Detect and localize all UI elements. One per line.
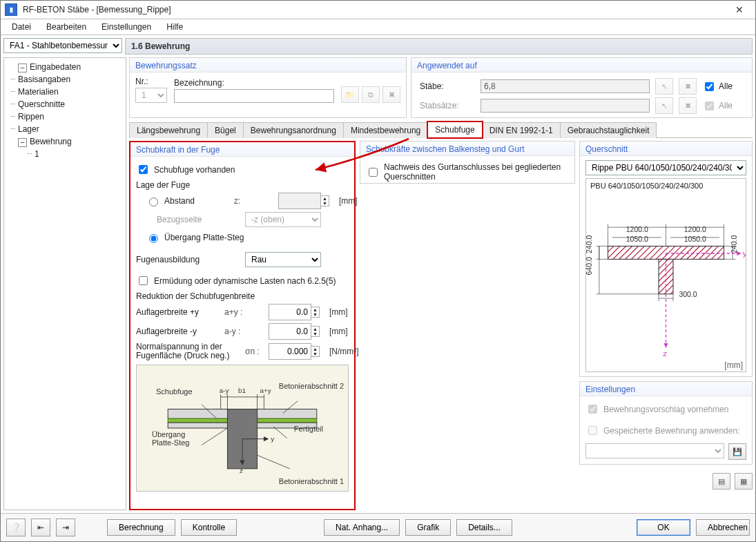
alle-staebe-checkbox[interactable]: Alle [702, 80, 744, 93]
tab-mindestbewehrung[interactable]: Mindestbewehrung [343, 122, 428, 138]
menu-bearbeiten[interactable]: Bearbeiten [39, 21, 93, 33]
menu-datei[interactable]: Datei [5, 21, 38, 33]
nav-tree[interactable]: –Eingabedaten Basisangaben Materialien Q… [3, 57, 126, 510]
group-schubkraft-fuge: Schubkraft in der Fuge Schubfuge vorhand… [129, 141, 356, 510]
chk-schubfuge-vorhanden[interactable]: Schubfuge vorhanden [136, 163, 349, 176]
group-title: Bewehrungssatz [130, 58, 406, 72]
tree-rippen[interactable]: Rippen [8, 110, 124, 123]
svg-text:1050.0: 1050.0 [626, 235, 648, 243]
group-title: Schubkraft in der Fuge [130, 142, 354, 157]
view-details-button[interactable]: ▦ [735, 473, 753, 490]
fugenausbildung-combo[interactable]: Rau [245, 252, 321, 267]
nr-combo[interactable]: 1 [135, 88, 167, 103]
sigma-sym: σn : [245, 347, 263, 356]
tree-basisangaben[interactable]: Basisangaben [8, 73, 124, 86]
aufY-input[interactable] [269, 304, 311, 320]
staebe-label: Stäbe: [417, 77, 478, 96]
abbrechen-button[interactable]: Abbrechen [696, 519, 750, 536]
bezeichnung-input[interactable] [174, 89, 334, 103]
menu-bar: Datei Bearbeiten Einstellungen Hilfe [1, 19, 755, 35]
cross-section-label: PBU 640/1050/1050/240/240/300 [590, 182, 703, 190]
export-button[interactable]: ⇤ [31, 519, 50, 536]
tree-lager[interactable]: Lager [8, 123, 124, 135]
radio-uebergang-platte-steg[interactable]: Übergang Platte-Steg [146, 232, 244, 243]
aufY-unit: [mm] [329, 307, 348, 317]
tab-buegel[interactable]: Bügel [207, 122, 244, 138]
import-icon: ⇥ [62, 523, 69, 532]
folder-icon: 📁 [345, 90, 355, 99]
svg-text:240.0: 240.0 [586, 235, 593, 253]
copy-set-button[interactable]: ⧉ [362, 86, 380, 103]
menu-hilfe[interactable]: Hilfe [159, 21, 190, 33]
pick-icon: ↖ [661, 82, 668, 91]
loadcase-combo[interactable]: FA1 - Stahlbetonbemessung vo [3, 38, 122, 53]
group-einstellungen: Einstellungen Bewehrungsvorschlag vorneh… [579, 381, 753, 465]
kontrolle-button[interactable]: Kontrolle [181, 519, 237, 536]
svg-text:y: y [743, 249, 746, 258]
svg-text:a+y: a+y [260, 387, 271, 394]
chk-ermuedung[interactable]: Ermüdung oder dynamische Lasten nach 6.2… [136, 274, 349, 287]
help-icon: ❔ [11, 523, 21, 532]
export-icon: ⇤ [37, 523, 44, 532]
chk-nachweis-gurtanschluss[interactable]: Nachweis des Gurtanschlusses bei geglied… [366, 162, 569, 182]
tab-schubfuge[interactable]: Schubfuge [427, 122, 482, 138]
z-input [278, 193, 321, 209]
svg-text:1200.0: 1200.0 [684, 225, 706, 233]
svg-line-21 [258, 455, 290, 469]
svg-text:y: y [271, 435, 274, 443]
svg-text:640.0: 640.0 [586, 257, 593, 275]
svg-text:1200.0: 1200.0 [626, 225, 648, 233]
save-bewehrung-button[interactable]: 💾 [728, 443, 746, 460]
new-set-button[interactable]: 📁 [341, 86, 359, 103]
schubfuge-diagram: a-y b1 a+y y [136, 365, 349, 492]
group-bewehrungssatz: Bewehrungssatz Nr.: 1 Bezei [129, 57, 407, 118]
aufMy-sym: a-y : [224, 327, 263, 336]
tree-materialien[interactable]: Materialien [8, 86, 124, 98]
window-close-button[interactable]: ✕ [728, 3, 751, 17]
sigma-unit: [N/mm²] [329, 347, 359, 356]
dia-lbl-bet1: Betonierabschnitt 1 [279, 477, 344, 485]
nat-anhang-button[interactable]: Nat. Anhang... [324, 519, 400, 536]
staebe-input[interactable] [481, 79, 650, 93]
help-button[interactable]: ❔ [6, 519, 26, 536]
tab-gebrauchstauglichkeit[interactable]: Gebrauchstauglichkeit [560, 122, 657, 138]
menu-einstellungen[interactable]: Einstellungen [95, 21, 158, 33]
sigma-input[interactable] [269, 343, 311, 360]
unit-mm: [mm] [724, 360, 743, 370]
clear-staebe-button[interactable]: ✖ [679, 78, 697, 95]
tree-collapse-icon[interactable]: – [18, 64, 27, 72]
import-button[interactable]: ⇥ [56, 519, 75, 536]
aufY-sym: a+y : [224, 307, 263, 317]
dia-lbl-fertigteil: Fertigteil [294, 425, 323, 433]
group-title: Angewendet auf [411, 58, 752, 72]
tree-bewehrung[interactable]: –Bewehrung [8, 135, 124, 148]
bezeichnung-label: Bezeichnung: [174, 78, 334, 88]
grafik-button[interactable]: Grafik [405, 519, 451, 536]
ok-button[interactable]: OK [637, 519, 690, 536]
stabsaetze-label: Stabsätze: [417, 96, 478, 115]
delete-icon: ✖ [685, 82, 691, 91]
querschnitt-combo[interactable]: Rippe PBU 640/1050/1050/240/240/300 [585, 160, 746, 175]
tree-bewehrung-1[interactable]: 1 [25, 148, 124, 160]
tree-querschnitte[interactable]: Querschnitte [8, 98, 124, 110]
tab-laengsbewehrung[interactable]: Längsbewehrung [129, 122, 208, 138]
view-list-button[interactable]: ▤ [713, 473, 730, 490]
group-title: Einstellungen [580, 382, 752, 396]
tab-bewehrungsanordnung[interactable]: Bewehrungsanordnung [243, 122, 344, 138]
pick-staebe-button[interactable]: ↖ [655, 78, 673, 95]
tree-eingabedaten[interactable]: –Eingabedaten [8, 61, 124, 73]
svg-text:240.0: 240.0 [730, 235, 738, 253]
fugenausbildung-label: Fugenausbildung [136, 255, 240, 264]
radio-abstand[interactable]: Abstand [146, 195, 229, 206]
delete-set-button[interactable]: ✖ [382, 86, 400, 103]
group-angewendet-auf: Angewendet auf Stäbe: ↖ ✖ Alle [411, 57, 753, 118]
list-icon: ▤ [718, 477, 725, 486]
tab-din-en-1992-1-1[interactable]: DIN EN 1992-1-1 [482, 122, 561, 138]
berechnung-button[interactable]: Berechnung [107, 519, 175, 536]
chk-gespeicherte-bewehrung: Gespeicherte Bewehrung anwenden: [585, 424, 746, 437]
tree-collapse-icon[interactable]: – [18, 138, 27, 147]
hdr-reduktion: Reduktion der Schubfugenbreite [136, 291, 349, 301]
z-unit: [mm] [339, 196, 358, 206]
details-button[interactable]: Details... [456, 519, 512, 536]
aufMy-input[interactable] [269, 323, 311, 340]
